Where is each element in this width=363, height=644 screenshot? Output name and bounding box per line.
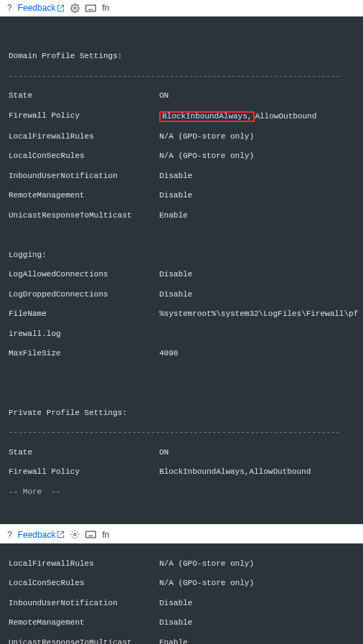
keyboard-icon[interactable] xyxy=(85,530,96,539)
table-row: LocalFirewallRulesN/A (GPO-store only) xyxy=(9,559,354,569)
help-button[interactable]: ? xyxy=(7,3,12,13)
svg-point-0 xyxy=(74,6,76,9)
table-row: UnicastResponseToMulticastEnable xyxy=(9,638,354,645)
svg-rect-8 xyxy=(86,531,96,538)
fn-label: fn xyxy=(102,3,109,13)
feedback-link[interactable]: Feedback xyxy=(18,3,65,13)
gear-icon[interactable] xyxy=(70,4,80,13)
table-row: StateON xyxy=(9,91,354,101)
table-row: RemoteManagementDisable xyxy=(9,191,354,201)
separator-line: ----------------------------------------… xyxy=(9,428,354,438)
table-row: UnicastResponseToMulticastEnable xyxy=(9,211,354,221)
table-row: Firewall PolicyBlockInboundAlways,AllowO… xyxy=(9,467,354,477)
terminal-output[interactable]: LocalFirewallRulesN/A (GPO-store only) L… xyxy=(0,543,363,644)
gear-icon[interactable] xyxy=(70,530,80,539)
toolbar: ? Feedback fn xyxy=(0,0,363,17)
section-title: Private Profile Settings: xyxy=(9,409,354,419)
feedback-label: Feedback xyxy=(18,530,56,540)
table-row: LocalConSecRulesN/A (GPO-store only) xyxy=(9,151,354,162)
table-row: LogAllowedConnectionsDisable xyxy=(9,270,354,280)
table-row: LocalConSecRulesN/A (GPO-store only) xyxy=(9,579,354,589)
table-row: RemoteManagementDisable xyxy=(9,618,354,628)
highlight-box: BlockInboundAlways, xyxy=(159,111,255,122)
console-panel-1: ? Feedback fn Domain Profile Settings: -… xyxy=(0,0,363,524)
toolbar: ? Feedback fn xyxy=(0,527,363,543)
more-marker: -- More -- xyxy=(9,487,354,498)
logging-label: Logging: xyxy=(9,251,354,261)
fn-label: fn xyxy=(102,530,109,540)
help-button[interactable]: ? xyxy=(7,530,12,540)
separator-line: ----------------------------------------… xyxy=(9,72,354,82)
table-row: irewall.log xyxy=(9,330,354,340)
table-row: InboundUserNotificationDisable xyxy=(9,599,354,609)
table-row: InboundUserNotificationDisable xyxy=(9,172,354,182)
table-row: MaxFileSize4096 xyxy=(9,349,354,359)
external-link-icon xyxy=(57,531,65,538)
svg-point-7 xyxy=(74,533,76,536)
table-row: FileName%systemroot%\system32\LogFiles\F… xyxy=(9,309,354,319)
console-panel-2: ? Feedback fn LocalFirewallRulesN/A (GPO… xyxy=(0,527,363,644)
table-row: LocalFirewallRulesN/A (GPO-store only) xyxy=(9,132,354,142)
terminal-output[interactable]: Domain Profile Settings: ---------------… xyxy=(0,17,363,524)
external-link-icon xyxy=(57,4,65,12)
feedback-label: Feedback xyxy=(18,3,56,13)
table-row: LogDroppedConnectionsDisable xyxy=(9,290,354,300)
keyboard-icon[interactable] xyxy=(85,4,96,13)
table-row-policy: Firewall PolicyBlockInboundAlways,AllowO… xyxy=(9,111,354,122)
table-row: StateON xyxy=(9,448,354,458)
svg-rect-1 xyxy=(86,5,96,11)
section-title: Domain Profile Settings: xyxy=(9,52,354,62)
feedback-link[interactable]: Feedback xyxy=(18,530,65,540)
